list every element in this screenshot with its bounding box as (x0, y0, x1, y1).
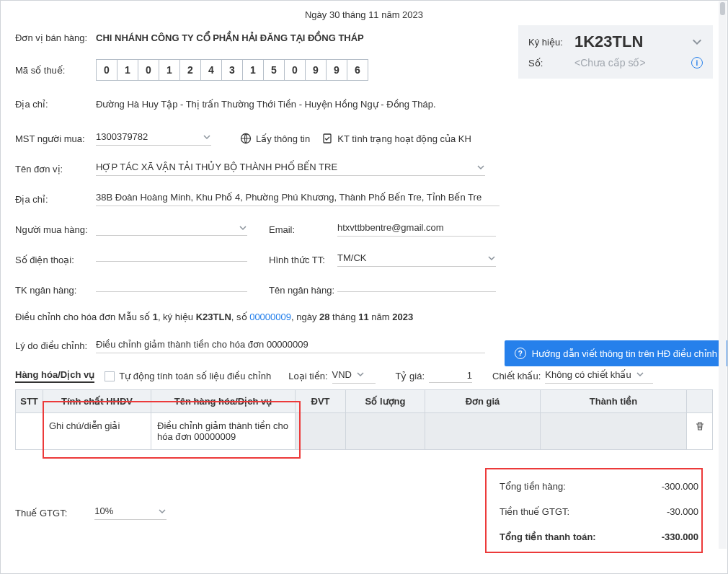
rate-input[interactable]: 1 (429, 370, 472, 383)
seller-address-label: Địa chỉ: (15, 99, 96, 110)
tax-digit: 0 (284, 59, 306, 81)
table-row[interactable]: Ghi chú/diễn giải Điều chỉnh giảm thành … (16, 412, 713, 449)
buyer-mst-label: MST người mua: (15, 133, 96, 144)
tax-digit: 2 (179, 59, 201, 81)
rate-label: Tỷ giá: (396, 371, 425, 381)
checkbox-icon (105, 371, 115, 381)
guide-button[interactable]: ? Hướng dẫn viết thông tin trên HĐ điều … (505, 340, 727, 366)
vat-amount-label: Tiền thuế GTGT: (500, 506, 569, 517)
col-ten: Tên hàng hóa/Dịch vụ (151, 389, 296, 412)
email-label: Email: (269, 224, 337, 235)
payment-label: Hình thức TT: (269, 255, 337, 265)
buyer-mst-value: 1300379782 (96, 131, 148, 142)
adjustment-reference: Điều chỉnh cho hóa đơn Mẫu số 1, ký hiệu… (15, 310, 713, 324)
buyer-name-label: Người mua hàng: (15, 224, 96, 235)
clipboard-check-icon (321, 133, 333, 144)
svg-rect-1 (324, 134, 331, 143)
vat-amount-value: -30.000 (667, 506, 698, 517)
tax-digit: 1 (117, 59, 138, 81)
payment-select[interactable]: TM/CK (337, 252, 496, 267)
seller-tax-label: Mã số thuế: (15, 65, 96, 76)
discount-select[interactable]: Không có chiết khấu (545, 369, 653, 384)
seller-unit-value: CHI NHÁNH CÔNG TY CỔ PHẦN HẢI ĐĂNG TẠI Đ… (96, 32, 364, 43)
vat-label: Thuế GTGT: (15, 508, 67, 518)
items-section-title: Hàng hóa/Dịch vụ (15, 369, 94, 383)
col-thanh-tien: Thành tiền (541, 389, 687, 412)
kyhieu-value[interactable]: 1K23TLN (574, 32, 691, 51)
kyhieu-label: Ký hiệu: (528, 37, 574, 48)
reason-input[interactable]: Điều chỉnh giảm thành tiền cho hóa đơn 0… (96, 339, 485, 353)
bank-acc-label: TK ngân hàng: (15, 285, 96, 296)
tax-digit: 3 (221, 59, 243, 81)
total-goods-value: -300.000 (662, 481, 698, 492)
bank-name-input[interactable] (337, 288, 496, 292)
buyer-unit-label: Tên đơn vị: (15, 164, 96, 175)
chevron-down-icon[interactable] (691, 36, 703, 48)
total-payment-value: -330.000 (662, 531, 698, 542)
tax-digit: 4 (200, 59, 222, 81)
tax-digit: 1 (159, 59, 180, 81)
trash-icon (694, 420, 706, 432)
tax-digit: 1 (242, 59, 264, 81)
bank-name-label: Tên ngân hàng: (269, 285, 337, 296)
currency-select[interactable]: VND (332, 369, 376, 384)
buyer-name-select[interactable] (96, 224, 247, 236)
tax-digit: 5 (263, 59, 285, 81)
col-so-luong: Số lượng (346, 389, 425, 412)
cell-so-luong (346, 412, 425, 449)
chevron-down-icon (476, 163, 485, 172)
email-input[interactable]: htxvttbbentre@gmail.com (337, 222, 496, 237)
info-icon[interactable]: i (691, 57, 703, 69)
check-status-button[interactable]: KT tình trạng hoạt động của KH (321, 133, 471, 144)
guide-label: Hướng dẫn viết thông tin trên HĐ điều ch… (532, 348, 717, 359)
vat-value: 10% (94, 505, 113, 516)
chevron-down-icon (158, 507, 167, 516)
buyer-mst-select[interactable]: 1300379782 (96, 131, 211, 146)
tax-digit: 0 (138, 59, 159, 81)
phone-input[interactable] (96, 258, 247, 262)
tax-digit: 9 (326, 59, 347, 81)
serial-panel: Ký hiệu: 1K23TLN Số: <Chưa cấp số> i (518, 25, 713, 79)
chevron-down-icon (356, 370, 365, 379)
bank-acc-input[interactable] (96, 288, 247, 292)
get-info-button[interactable]: Lấy thông tin (240, 133, 310, 144)
buyer-address-input[interactable]: 38B Đoàn Hoàng Minh, Khu Phố 4, Phường P… (96, 192, 500, 206)
cell-tinh-chat[interactable]: Ghi chú/diễn giải (43, 412, 151, 449)
document-date: Ngày 30 tháng 11 năm 2023 (15, 9, 713, 20)
scrollbar-thumb[interactable] (720, 2, 725, 15)
payment-value: TM/CK (337, 252, 366, 263)
ref-invoice-link[interactable]: 00000009 (249, 312, 291, 322)
help-icon: ? (515, 348, 526, 359)
phone-label: Số điện thoại: (15, 255, 96, 265)
chevron-down-icon (636, 370, 644, 379)
reason-label: Lý do điều chỉnh: (15, 340, 96, 351)
col-tinh-chat: Tính chất HHDV (43, 389, 151, 412)
buyer-unit-select[interactable]: HỢP TÁC XÃ VẬN TẢI THỦY BỘ THÀNH PHỐ BẾN… (96, 162, 485, 176)
scrollbar[interactable] (719, 1, 727, 549)
col-stt: STT (16, 389, 43, 412)
vat-select[interactable]: 10% (94, 505, 167, 520)
col-don-gia: Đơn giá (425, 389, 541, 412)
total-goods-label: Tổng tiền hàng: (500, 481, 566, 492)
cell-thanh-tien (541, 412, 687, 449)
totals-panel: Tổng tiền hàng: -300.000 Tiền thuế GTGT:… (497, 474, 701, 549)
total-payment-label: Tổng tiền thanh toán: (500, 531, 596, 542)
chevron-down-icon (239, 224, 247, 232)
cell-stt[interactable] (16, 412, 43, 449)
cell-delete[interactable] (687, 412, 713, 449)
tax-digit: 6 (347, 59, 368, 81)
so-label: Số: (528, 58, 574, 69)
buyer-unit-value: HỢP TÁC XÃ VẬN TẢI THỦY BỘ THÀNH PHỐ BẾN… (96, 162, 337, 172)
tax-digit: 0 (96, 59, 117, 81)
tax-digit-boxes: 0 1 0 1 2 4 3 1 5 0 9 9 6 (96, 59, 368, 81)
chevron-down-icon (487, 254, 496, 262)
seller-address-value: Đường Hà Huy Tập - Thị trấn Thường Thới … (96, 99, 436, 110)
currency-label: Loại tiền: (288, 371, 327, 381)
seller-unit-label: Đơn vị bán hàng: (15, 32, 96, 43)
col-dvt: ĐVT (296, 389, 346, 412)
get-info-label: Lấy thông tin (256, 133, 310, 144)
cell-dvt (296, 412, 346, 449)
auto-calc-checkbox[interactable]: Tự động tính toán số liệu điều chỉnh (105, 371, 271, 381)
cell-ten[interactable]: Điều chỉnh giảm thành tiền cho hóa đơn 0… (151, 412, 296, 449)
items-table: STT Tính chất HHDV Tên hàng hóa/Dịch vụ … (15, 389, 713, 450)
